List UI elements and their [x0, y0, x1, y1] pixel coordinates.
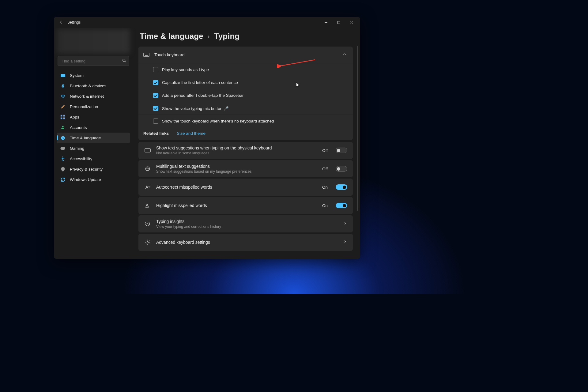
gear-icon — [144, 239, 151, 245]
breadcrumb: Time & language › Typing — [140, 32, 353, 41]
setting-physical-suggestions[interactable]: Show text suggestions when typing on the… — [138, 142, 353, 159]
setting-title: Autocorrect misspelled words — [156, 185, 317, 190]
gamepad-icon — [60, 145, 66, 151]
sidebar-item-accessibility[interactable]: Accessibility — [57, 153, 130, 164]
setting-title: Multilingual text suggestions — [156, 164, 317, 169]
option-capitalize-first[interactable]: Capitalize the first letter of each sent… — [138, 76, 353, 89]
size-theme-link[interactable]: Size and theme — [177, 131, 205, 136]
sidebar-item-label: Accessibility — [70, 156, 92, 161]
bluetooth-icon — [60, 83, 66, 89]
svg-rect-12 — [61, 147, 65, 150]
sidebar-item-system[interactable]: System — [57, 70, 130, 81]
page-title: Typing — [214, 32, 239, 41]
globe-clock-icon — [60, 135, 66, 141]
option-voice-typing-button[interactable]: Show the voice typing mic button 🎤 — [138, 102, 353, 115]
back-button[interactable] — [58, 19, 64, 26]
close-button[interactable] — [345, 18, 358, 27]
sidebar-item-accounts[interactable]: Accounts — [57, 122, 130, 133]
toggle-state: Off — [322, 167, 328, 171]
svg-rect-20 — [145, 149, 150, 152]
titlebar: Settings — [54, 17, 360, 28]
toggle-switch[interactable] — [336, 148, 347, 153]
setting-advanced-keyboard[interactable]: Advanced keyboard settings — [138, 234, 353, 251]
setting-multilingual-suggestions[interactable]: Multilingual text suggestions Show text … — [138, 160, 353, 177]
sidebar-item-label: Accounts — [70, 125, 87, 130]
option-label: Capitalize the first letter of each sent… — [162, 80, 238, 85]
option-label: Play key sounds as I type — [162, 67, 209, 72]
setting-autocorrect[interactable]: Autocorrect misspelled words On — [138, 179, 353, 196]
sidebar-item-privacy[interactable]: Privacy & security — [57, 164, 130, 174]
toggle-switch[interactable] — [336, 166, 347, 172]
arrow-left-icon — [59, 20, 63, 24]
sidebar-item-label: Network & internet — [70, 94, 104, 99]
chevron-right-icon — [343, 239, 347, 245]
sidebar: System Bluetooth & devices Network & int… — [54, 28, 133, 259]
chevron-right-icon — [343, 221, 347, 227]
checkbox[interactable] — [153, 119, 158, 124]
user-profile[interactable] — [57, 29, 130, 54]
setting-highlight-misspelled[interactable]: Highlight misspelled words On — [138, 197, 353, 214]
option-label: Add a period after I double-tap the Spac… — [162, 93, 243, 98]
main-content: Time & language › Typing Touch keyboard — [133, 28, 360, 259]
checkbox[interactable] — [153, 80, 158, 85]
breadcrumb-parent[interactable]: Time & language — [140, 32, 203, 41]
maximize-button[interactable] — [333, 18, 345, 27]
option-show-touch-keyboard[interactable]: Show the touch keyboard when there's no … — [138, 115, 353, 127]
chevron-right-icon: › — [208, 33, 210, 41]
toggle-state: On — [322, 185, 328, 190]
toggle-switch[interactable] — [336, 203, 347, 208]
svg-rect-9 — [63, 118, 65, 119]
paintbrush-icon — [60, 104, 66, 109]
option-label: Show the touch keyboard when there's no … — [162, 119, 274, 123]
svg-point-2 — [123, 59, 125, 62]
svg-rect-14 — [144, 53, 149, 57]
toggle-state: Off — [322, 148, 328, 153]
sidebar-item-bluetooth[interactable]: Bluetooth & devices — [57, 81, 130, 91]
svg-rect-6 — [61, 115, 62, 117]
history-icon — [144, 221, 151, 227]
setting-typing-insights[interactable]: Typing insights View your typing and cor… — [138, 215, 353, 232]
sidebar-item-network[interactable]: Network & internet — [57, 91, 130, 101]
toggle-switch[interactable] — [336, 184, 347, 190]
sidebar-item-label: Privacy & security — [70, 167, 103, 172]
search-input[interactable] — [58, 56, 129, 66]
highlight-icon — [144, 202, 151, 209]
setting-subtitle: Show text suggestions based on my langua… — [156, 169, 317, 174]
card-title: Touch keyboard — [154, 52, 342, 57]
apps-icon — [60, 114, 66, 120]
touch-keyboard-header[interactable]: Touch keyboard — [138, 47, 353, 63]
svg-rect-4 — [61, 74, 65, 77]
chevron-up-icon — [342, 52, 347, 58]
sidebar-item-label: Windows Update — [70, 177, 101, 182]
checkbox[interactable] — [153, 106, 158, 111]
keyboard-icon — [144, 148, 151, 153]
minimize-button[interactable] — [320, 18, 332, 27]
autocorrect-icon — [144, 184, 151, 190]
setting-title: Highlight misspelled words — [156, 203, 317, 208]
checkbox[interactable] — [153, 93, 158, 98]
sidebar-item-label: Gaming — [70, 146, 84, 151]
sidebar-item-apps[interactable]: Apps — [57, 112, 130, 122]
toggle-state: On — [322, 203, 328, 208]
close-icon — [350, 21, 353, 24]
sidebar-item-personalization[interactable]: Personalization — [57, 101, 130, 112]
checkbox[interactable] — [153, 67, 158, 72]
sidebar-item-gaming[interactable]: Gaming — [57, 143, 130, 153]
sidebar-item-label: Time & language — [70, 136, 101, 140]
window-title: Settings — [67, 20, 81, 24]
scrollbar[interactable] — [357, 46, 358, 211]
display-icon — [60, 73, 66, 78]
shield-icon — [60, 166, 66, 172]
option-play-key-sounds[interactable]: Play key sounds as I type — [138, 63, 353, 76]
touch-keyboard-card: Touch keyboard Play key sounds as I type… — [138, 47, 353, 140]
option-double-tap-period[interactable]: Add a period after I double-tap the Spac… — [138, 89, 353, 102]
minimize-icon — [324, 21, 328, 24]
globe-text-icon — [144, 166, 151, 172]
related-links-label: Related links — [143, 131, 169, 136]
sidebar-item-label: Apps — [70, 115, 79, 119]
setting-subtitle: Not available in some languages — [156, 151, 317, 155]
sidebar-item-update[interactable]: Windows Update — [57, 174, 130, 185]
sidebar-item-time-language[interactable]: Time & language — [57, 133, 130, 143]
keyboard-icon — [143, 53, 151, 57]
related-links: Related links Size and theme — [138, 127, 353, 140]
